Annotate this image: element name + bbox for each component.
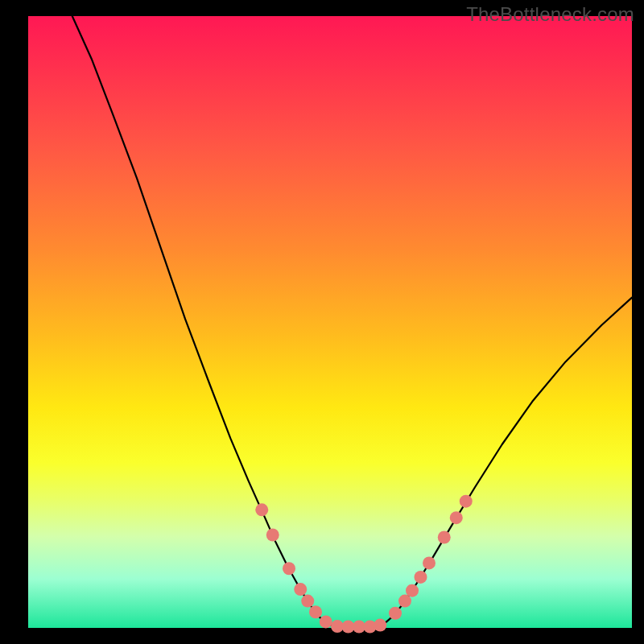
marker-16 bbox=[423, 556, 436, 569]
marker-15 bbox=[415, 571, 427, 584]
curve-right-arm bbox=[375, 298, 632, 627]
marker-4 bbox=[301, 595, 314, 608]
marker-2 bbox=[283, 562, 295, 575]
marker-5 bbox=[309, 605, 322, 618]
curve-left-arm bbox=[72, 16, 336, 627]
chart-container: TheBottleneck.com bbox=[0, 0, 644, 644]
marker-17 bbox=[438, 531, 451, 544]
marker-11 bbox=[374, 619, 386, 632]
marker-1 bbox=[266, 528, 279, 541]
marker-18 bbox=[450, 511, 463, 524]
marker-3 bbox=[294, 583, 307, 596]
chart-svg bbox=[0, 0, 644, 644]
marker-19 bbox=[460, 495, 473, 508]
marker-12 bbox=[389, 607, 402, 620]
marker-0 bbox=[255, 503, 268, 516]
marker-13 bbox=[398, 595, 411, 608]
marker-14 bbox=[406, 584, 419, 597]
marker-6 bbox=[320, 615, 332, 628]
